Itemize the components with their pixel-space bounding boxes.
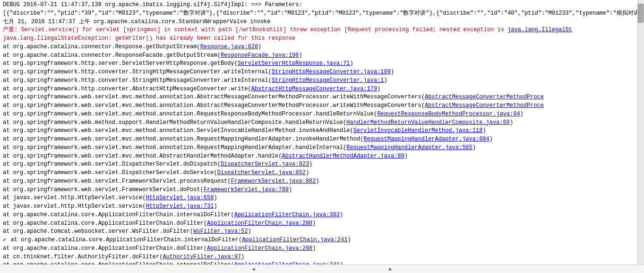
log-text: ) xyxy=(306,169,309,176)
log-text: ) xyxy=(299,52,302,59)
log-line-31: at cn.thinknet.filter.AuthorityFilter.do… xyxy=(3,253,637,262)
log-text: 严重: Servlet.service() for servlet [sprin… xyxy=(3,26,507,33)
log-line-19: at org.springframework.web.servlet.mvc.m… xyxy=(3,152,637,161)
log-text: ) xyxy=(241,254,244,260)
log-text: ) xyxy=(489,136,493,142)
log-text: ) xyxy=(309,161,312,167)
log-text: at org.apache.catalina.connector.Respons… xyxy=(3,44,200,50)
log-text: ) xyxy=(312,245,316,252)
log-content-area[interactable]: DEBUG 2016-07-21 11:47:37,138 org.apache… xyxy=(0,0,637,273)
log-link[interactable]: WsFilter.java:52 xyxy=(193,228,248,235)
log-text: ) xyxy=(347,237,351,243)
log-text: ) xyxy=(520,111,524,117)
log-line-7: at org.apache.catalina.connector.Respons… xyxy=(3,52,637,60)
log-link[interactable]: AbstractMessageConverterMethodProce xyxy=(425,94,544,100)
vertical-scrollbar[interactable] xyxy=(637,0,644,273)
log-link[interactable]: ResponseFacade.java:196 xyxy=(221,52,299,59)
log-link[interactable]: DispatcherServlet.java:923 xyxy=(221,161,309,167)
log-line-16: at org.springframework.web.servlet.mvc.m… xyxy=(3,127,637,135)
log-link[interactable]: AbstractHandlerMethodAdapter.java:80 xyxy=(282,153,404,159)
log-link[interactable]: FrameworkServlet.java:789 xyxy=(204,186,289,193)
log-text: at org.apache.catalina.core.ApplicationF… xyxy=(7,237,242,243)
log-link[interactable]: ApplicationFilterChain.java:303 xyxy=(234,211,340,218)
nav-icons-group: ◀ ▶ xyxy=(252,266,392,272)
log-text: at javax.servlet.http.HttpServlet.servic… xyxy=(3,194,146,201)
log-text: at org.springframework.web.servlet.mvc.m… xyxy=(3,153,282,159)
log-line-4: 严重: Servlet.service() for servlet [sprin… xyxy=(3,26,637,35)
log-line-13: at org.springframework.web.servlet.mvc.m… xyxy=(3,102,637,110)
log-text: ) xyxy=(510,119,513,126)
log-text: at org.springframework.web.servlet.Dispa… xyxy=(3,161,221,167)
log-text: ) xyxy=(482,127,486,134)
log-link[interactable]: java.lang.IllegalSt xyxy=(507,26,572,33)
log-text: at org.apache.catalina.core.ApplicationF… xyxy=(3,245,207,252)
log-text: ) xyxy=(248,228,251,235)
log-text: ) xyxy=(340,211,343,218)
log-text: ) xyxy=(312,220,316,227)
log-link[interactable]: AbstractMessageConverterMethodProce xyxy=(425,102,544,109)
log-text: at org.springframework.web.servlet.Frame… xyxy=(3,186,204,193)
log-link[interactable]: FrameworkServlet.java:882 xyxy=(231,178,316,185)
log-link[interactable]: AbstractHttpMessageConverter.java:179 xyxy=(251,86,377,92)
log-link[interactable]: RequestMappingHandlerAdapter.java:604 xyxy=(363,136,489,142)
log-link[interactable]: AuthorityFilter.java:97 xyxy=(163,254,241,260)
log-line-2: [{"discribe":"","ptid":"39","id":"M0123"… xyxy=(3,9,637,18)
log-text: ) xyxy=(316,178,319,185)
log-window: DEBUG 2016-07-21 11:47:37,138 org.apache… xyxy=(0,0,644,273)
log-line-9: at org.springframework.http.converter.St… xyxy=(3,68,637,77)
scroll-left-icon[interactable]: ◀ xyxy=(252,266,255,272)
log-link[interactable]: HttpServlet.java:650 xyxy=(146,194,214,201)
log-text: 七月 21, 2016 11:47:37 上午 org.apache.catal… xyxy=(3,18,270,25)
log-text: at org.springframework.web.servlet.mvc.m… xyxy=(3,102,425,109)
log-line-29: ✔ at org.apache.catalina.core.Applicatio… xyxy=(3,236,637,245)
log-line-26: at org.apache.catalina.core.ApplicationF… xyxy=(3,211,637,220)
log-body: DEBUG 2016-07-21 11:47:37,138 org.apache… xyxy=(0,0,637,271)
log-link[interactable]: ServletInvocableHandlerMethod.java:118 xyxy=(353,127,483,134)
log-line-15: at org.springframework.web.method.suppor… xyxy=(3,119,637,127)
log-line-6: at org.apache.catalina.connector.Respons… xyxy=(3,43,637,52)
log-line-3: 七月 21, 2016 11:47:37 上午 org.apache.catal… xyxy=(3,18,637,26)
log-text: at org.apache.catalina.core.ApplicationF… xyxy=(3,220,207,227)
log-text: ) xyxy=(289,186,292,193)
log-text: at org.apache.tomcat.websocket.server.Ws… xyxy=(3,228,193,235)
log-line-28: at org.apache.tomcat.websocket.server.Ws… xyxy=(3,228,637,236)
log-text: at cn.thinknet.filter.AuthorityFilter.do… xyxy=(3,254,163,260)
log-line-11: at org.springframework.http.converter.Ab… xyxy=(3,85,637,94)
scrollbar-thumb[interactable] xyxy=(638,4,644,23)
log-text: at org.springframework.web.servlet.mvc.m… xyxy=(3,136,363,142)
log-link[interactable]: ServletServerHttpResponse.java:71 xyxy=(238,60,350,67)
red-marker: ✔ xyxy=(3,237,6,243)
log-link[interactable]: Response.java:628 xyxy=(200,44,258,50)
bottom-navigation-bar: ◀ ▶ xyxy=(0,264,644,273)
log-link[interactable]: StringHttpMessageConverter.java:1 xyxy=(272,77,384,84)
log-link[interactable]: ApplicationFilterChain.java:241 xyxy=(242,237,347,243)
log-link[interactable]: StringHttpMessageConverter.java:109 xyxy=(272,69,391,75)
log-link[interactable]: HandlerMethodReturnValueHandlerComposite… xyxy=(346,119,510,126)
log-text: at org.springframework.web.method.suppor… xyxy=(3,119,346,126)
log-text: at org.springframework.web.servlet.Dispa… xyxy=(3,169,217,176)
scroll-right-icon[interactable]: ▶ xyxy=(389,266,392,272)
log-text: at org.springframework.http.converter.St… xyxy=(3,77,272,84)
log-text: ) xyxy=(258,44,261,50)
log-link[interactable]: RequestResponseBodyMethodProcessor.java:… xyxy=(377,111,520,117)
log-text: ) xyxy=(377,86,380,92)
log-text: at org.springframework.web.servlet.Frame… xyxy=(3,178,231,185)
log-line-22: at org.springframework.web.servlet.Frame… xyxy=(3,177,637,186)
log-link[interactable]: HttpServlet.java:731 xyxy=(146,203,214,210)
log-link[interactable]: DispatcherServlet.java:852 xyxy=(217,169,306,176)
log-link[interactable]: ApplicationFilterChain.java:208 xyxy=(207,220,312,227)
log-line-24: at javax.servlet.http.HttpServlet.servic… xyxy=(3,194,637,203)
log-line-5: java.lang.IllegalStateException: getWrit… xyxy=(3,35,637,43)
log-line-25: at javax.servlet.http.HttpServlet.servic… xyxy=(3,203,637,211)
log-text: [{"discribe":"","ptid":"39","id":"M0123"… xyxy=(3,10,637,17)
log-text: at javax.servlet.http.HttpServlet.servic… xyxy=(3,203,146,210)
log-text: ) xyxy=(391,69,394,75)
log-text: at org.springframework.http.converter.Ab… xyxy=(3,86,251,92)
log-text: ) xyxy=(384,77,387,84)
log-link[interactable]: RequestMappingHandlerAdapter.java:565 xyxy=(346,144,472,151)
log-text: ) xyxy=(214,203,217,210)
log-text: at org.springframework.web.servlet.mvc.m… xyxy=(3,111,377,117)
log-line-23: at org.springframework.web.servlet.Frame… xyxy=(3,186,637,194)
log-line-21: at org.springframework.web.servlet.Dispa… xyxy=(3,169,637,177)
log-link[interactable]: ApplicationFilterChain.java:208 xyxy=(207,245,312,252)
